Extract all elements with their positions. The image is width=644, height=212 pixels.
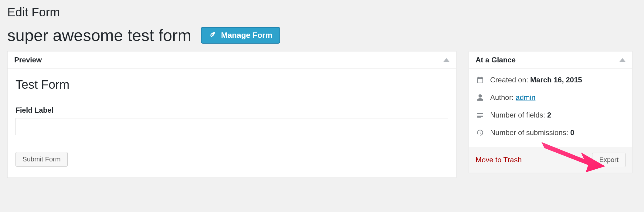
at-a-glance-panel: At a Glance Created on: March 16, 2015	[469, 51, 632, 173]
preview-form-heading: Test Form	[15, 78, 448, 91]
glance-created-value: March 16, 2015	[530, 76, 582, 84]
field-text-input[interactable]	[15, 118, 448, 135]
page-title: Edit Form	[7, 5, 637, 19]
submit-form-button[interactable]: Submit Form	[15, 152, 68, 167]
panel-toggle-icon[interactable]	[443, 58, 449, 62]
calendar-icon	[476, 75, 485, 84]
panel-toggle-icon[interactable]	[619, 58, 625, 62]
preview-panel: Preview Test Form Field Label Submit For…	[7, 51, 456, 178]
form-name-heading: super awesome test form	[7, 26, 191, 45]
fields-icon	[476, 111, 485, 120]
glance-fields-value: 2	[547, 111, 551, 119]
move-to-trash-link[interactable]: Move to Trash	[476, 156, 522, 164]
at-a-glance-title: At a Glance	[476, 56, 516, 64]
user-icon	[476, 93, 485, 102]
glance-subs-value: 0	[570, 128, 574, 137]
glance-submissions-row: Number of submissions: 0	[476, 124, 625, 141]
glance-author-label: Author:	[490, 93, 516, 101]
gauge-icon	[476, 128, 485, 137]
glance-fields-label: Number of fields:	[490, 111, 547, 119]
manage-form-button-label: Manage Form	[221, 31, 272, 40]
field-label: Field Label	[15, 106, 448, 114]
manage-form-button[interactable]: Manage Form	[201, 27, 280, 44]
glance-created-row: Created on: March 16, 2015	[476, 71, 625, 89]
export-button[interactable]: Export	[592, 153, 625, 167]
glance-fields-row: Number of fields: 2	[476, 106, 625, 124]
glance-author-link[interactable]: admin	[516, 93, 535, 101]
preview-panel-title: Preview	[14, 56, 42, 64]
glance-subs-label: Number of submissions:	[490, 128, 570, 137]
feather-icon	[208, 31, 217, 40]
glance-author-row: Author: admin	[476, 89, 625, 106]
glance-created-label: Created on:	[490, 76, 530, 84]
